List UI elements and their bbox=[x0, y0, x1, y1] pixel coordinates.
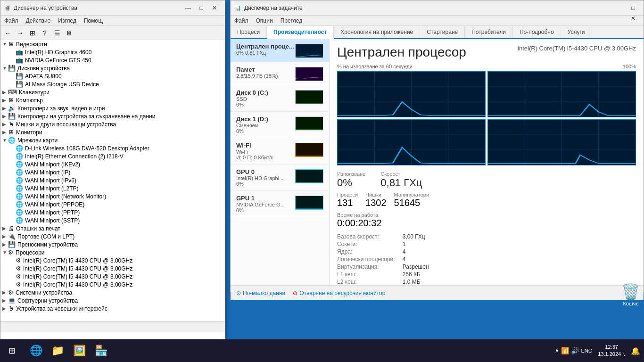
tree-item[interactable]: ⚙ Intel(R) Core(TM) i5-4430 CPU @ 3.00GH… bbox=[0, 272, 225, 280]
sidebar-gpu0[interactable]: GPU 0 Intel(R) HD Graphi... 0% bbox=[231, 165, 329, 191]
tab-app-history[interactable]: Хронология на приложение bbox=[334, 26, 420, 38]
tab-services[interactable]: Услуги bbox=[561, 26, 592, 38]
tree-item[interactable]: ▶🖱 Мишки и други посочващи устройства bbox=[0, 120, 225, 128]
tree-item[interactable]: ▶💾 Контролери на устройства за съхранява… bbox=[0, 112, 225, 120]
tree-item[interactable]: ▶💾 Преносими устройства bbox=[0, 240, 225, 248]
tm-menu-options[interactable]: Опции bbox=[252, 16, 277, 25]
tree-item[interactable]: 🌐 WAN Miniport (IPv6) bbox=[0, 176, 225, 184]
tree-item[interactable]: ▶🖥 Монитори bbox=[0, 128, 225, 136]
svg-rect-5 bbox=[296, 170, 323, 183]
sidebar-gpu1[interactable]: GPU 1 NVIDIA GeForce G... 0% bbox=[231, 191, 329, 217]
tree-item[interactable]: 💾 AI Mass Storage USB Device bbox=[0, 80, 225, 88]
volume-icon[interactable]: 🔊 bbox=[571, 347, 579, 354]
tree-item[interactable]: ▶🔌 Портове (COM и LPT) bbox=[0, 232, 225, 240]
tree-item[interactable]: ▶🔊 Контролери за звук, видео и игри bbox=[0, 104, 225, 112]
tree-item[interactable]: 💾 ADATA SU800 bbox=[0, 72, 225, 80]
tree-item[interactable]: ▶⌨ Клавиатури bbox=[0, 88, 225, 96]
tab-startup[interactable]: Стартиране bbox=[420, 26, 465, 38]
wifi-entry-title: Wi-Fi bbox=[236, 142, 273, 149]
tree-item[interactable]: ▼💾 Дискови устройства bbox=[0, 64, 225, 72]
tree-item[interactable]: ⚙ Intel(R) Core(TM) i5-4430 CPU @ 3.00GH… bbox=[0, 256, 225, 264]
performance-sidebar: Централен проце... 0% 0,81 ГХц Памет bbox=[231, 39, 330, 285]
cores-label: Ядра: bbox=[337, 248, 395, 255]
monitor-label: Отваряне на ресурсния монитор bbox=[299, 290, 385, 296]
sidebar-disk1[interactable]: Диск 1 (D:) Сменяем 0% bbox=[231, 112, 329, 138]
device-manager-toolbar: ← → ⊞ ? ☰ 🖥 bbox=[0, 26, 225, 40]
gpu0-entry-percent: 0% bbox=[236, 181, 283, 187]
tree-item[interactable]: 🌐 WAN Miniport (Network Monitor) bbox=[0, 192, 225, 200]
tm-menu-view[interactable]: Преглед bbox=[277, 16, 306, 25]
tree-item[interactable]: ▶🖥 Компютър bbox=[0, 96, 225, 104]
tree-item[interactable]: 🌐 WAN Miniport (PPPOE) bbox=[0, 200, 225, 208]
help-button[interactable]: ? bbox=[39, 27, 50, 39]
explorer-taskbar-item[interactable]: 📁 bbox=[47, 340, 68, 361]
close-button[interactable]: ✕ bbox=[208, 3, 221, 13]
less-data-button[interactable]: ⊙ По-малко данни bbox=[236, 290, 285, 296]
tree-item[interactable]: 📺 NVIDIA GeForce GTS 450 bbox=[0, 56, 225, 64]
store-icon: 🏪 bbox=[95, 345, 107, 357]
cpu-specs: Базова скорост: 3,00 ГХц Сокети: 1 Ядра:… bbox=[337, 233, 636, 285]
tree-item[interactable]: 🌐 Intel(R) Ethernet Connection (2) I218-… bbox=[0, 152, 225, 160]
tab-details[interactable]: По-подробно bbox=[513, 26, 561, 38]
computer-button[interactable]: ⊞ bbox=[27, 27, 38, 39]
back-button[interactable]: ← bbox=[2, 27, 14, 39]
display-button[interactable]: 🖥 bbox=[64, 27, 75, 39]
list-button[interactable]: ☰ bbox=[51, 27, 63, 39]
cpu-graphs-grid bbox=[337, 71, 636, 165]
menu-file[interactable]: Файл bbox=[0, 16, 22, 25]
recycle-bin[interactable]: 🗑️ Кошче bbox=[621, 283, 640, 306]
edge-taskbar-item[interactable]: 🌐 bbox=[25, 340, 46, 361]
tree-item[interactable]: ▼⚙ Процесори bbox=[0, 248, 225, 256]
sidebar-cpu[interactable]: Централен проце... 0% 0,81 ГХц bbox=[231, 39, 329, 62]
tree-item[interactable]: ▶🖨 Опашки за печат bbox=[0, 224, 225, 232]
tree-item[interactable]: ▶⚙ Системни устройства bbox=[0, 288, 225, 296]
usage-label: % на използване за 60 секунди 100% bbox=[337, 64, 636, 69]
sidebar-memory[interactable]: Памет 2,8/15,9 ГБ (18%) bbox=[231, 62, 329, 85]
tree-item[interactable]: ⚙ Intel(R) Core(TM) i5-4430 CPU @ 3.00GH… bbox=[0, 280, 225, 288]
menu-action[interactable]: Действие bbox=[22, 16, 55, 25]
language-indicator[interactable]: ENG bbox=[581, 348, 592, 354]
menu-help[interactable]: Помощ bbox=[80, 16, 107, 25]
tree-item[interactable]: 📺 Intel(R) HD Graphics 4600 bbox=[0, 48, 225, 56]
tree-item[interactable]: 🌐 WAN Miniport (L2TP) bbox=[0, 184, 225, 192]
recycle-bin-icon: 🗑️ bbox=[621, 283, 640, 301]
tree-item[interactable]: ▼🌐 Мрежови карти bbox=[0, 136, 225, 144]
task-manager-menubar: Файл Опции Преглед bbox=[231, 16, 644, 26]
device-manager-menubar: Файл Действие Изглед Помощ bbox=[0, 16, 225, 26]
start-button[interactable]: ⊞ bbox=[0, 340, 24, 361]
task-manager-tabs: Процеси Производителност Хронология на п… bbox=[231, 26, 644, 39]
chevron-icon[interactable]: ∧ bbox=[555, 347, 559, 354]
tab-processes[interactable]: Процеси bbox=[231, 26, 267, 38]
tab-users[interactable]: Потребители bbox=[465, 26, 513, 38]
tree-item[interactable]: ⚙ Intel(R) Core(TM) i5-4430 CPU @ 3.00GH… bbox=[0, 264, 225, 272]
menu-view[interactable]: Изглед bbox=[54, 16, 80, 25]
device-tree[interactable]: ▼🖥 Видеокарти 📺 Intel(R) HD Graphics 460… bbox=[0, 40, 225, 322]
tree-item[interactable]: 🌐 WAN Miniport (SSTP) bbox=[0, 216, 225, 224]
tree-item[interactable]: 🌐 D-Link Wireless 108G DWA-520 Desktop A… bbox=[0, 144, 225, 152]
tm-menu-file[interactable]: Файл bbox=[231, 16, 252, 25]
tree-item[interactable]: 🌐 WAN Miniport (IKEv2) bbox=[0, 160, 225, 168]
wifi-icon[interactable]: 📶 bbox=[561, 347, 569, 354]
photos-taskbar-item[interactable]: 🖼️ bbox=[69, 340, 90, 361]
minimize-button[interactable]: — bbox=[182, 3, 195, 13]
notification-icon[interactable]: 🔔 bbox=[631, 346, 640, 355]
utilization-stat: Използване 0% bbox=[337, 171, 365, 189]
taskbar-clock[interactable]: 12:37 13.1.2024 г. bbox=[594, 344, 629, 358]
tree-item[interactable]: ▶💻 Софтуерни устройства bbox=[0, 296, 225, 304]
speed-label: Скорост bbox=[380, 171, 422, 177]
tree-item[interactable]: ▶🖱 Устройства за човешки интерфейс bbox=[0, 304, 225, 313]
sidebar-disk0[interactable]: Диск 0 (C:) SSD 0% bbox=[231, 85, 329, 112]
tm-maximize-button[interactable]: □ bbox=[627, 3, 640, 13]
forward-button[interactable]: → bbox=[15, 27, 26, 39]
tm-close-button[interactable]: ✕ bbox=[627, 13, 640, 24]
processes-stat: Процеси 131 bbox=[337, 192, 358, 208]
maximize-button[interactable]: □ bbox=[195, 3, 208, 13]
resource-monitor-button[interactable]: ⊘ Отваряне на ресурсния монитор bbox=[293, 290, 385, 296]
task-manager-footer: ⊙ По-малко данни ⊘ Отваряне на ресурсния… bbox=[231, 285, 644, 300]
tree-item[interactable]: 🌐 WAN Miniport (IP) bbox=[0, 168, 225, 176]
sidebar-wifi[interactable]: Wi-Fi Wi-Fi И: 0 П: 0 Кбит/с bbox=[231, 138, 329, 165]
tree-item[interactable]: 🌐 WAN Miniport (PPTP) bbox=[0, 208, 225, 216]
tab-performance[interactable]: Производителност bbox=[267, 26, 334, 39]
tree-item[interactable]: ▼🖥 Видеокарти bbox=[0, 40, 225, 48]
store-taskbar-item[interactable]: 🏪 bbox=[91, 340, 111, 361]
